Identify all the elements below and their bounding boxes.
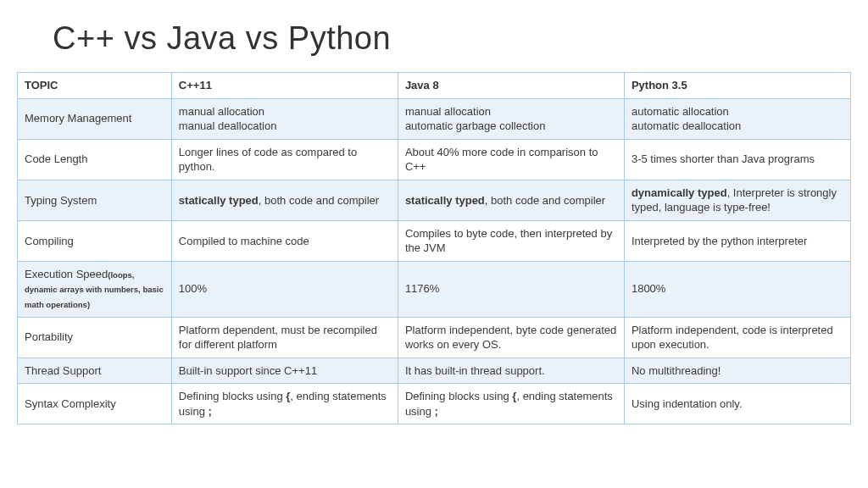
table-header-row: TOPIC C++11 Java 8 Python 3.5 <box>18 73 851 99</box>
cell-cpp: statically typed, both code and compiler <box>171 180 398 220</box>
header-topic: TOPIC <box>18 73 172 99</box>
cell-line: manual allocation <box>179 105 264 118</box>
cell-text: Defining blocks using <box>405 390 512 402</box>
cell-line: automatic allocation <box>632 105 729 118</box>
cell-java: 1176% <box>398 261 624 317</box>
table-row: Syntax Complexity Defining blocks using … <box>18 384 851 424</box>
cell-line: manual deallocation <box>179 119 277 132</box>
cell-java: Platform independent, byte code generate… <box>398 317 624 358</box>
cell-text: Defining blocks using <box>179 390 286 402</box>
cell-cpp: Built-in support since C++11 <box>171 358 398 384</box>
cell-java: Compiles to byte code, then interpreted … <box>398 220 624 261</box>
cell-topic: Execution Speed(loops, dynamic arrays wi… <box>18 261 172 317</box>
cell-python: Interpreted by the python interpreter <box>624 220 850 261</box>
cell-python: Platform independent, code is interprete… <box>624 317 850 358</box>
cell-java: It has built-in thread support. <box>398 358 624 384</box>
cell-cpp: 100% <box>171 261 398 317</box>
cell-cpp: Platform dependent, must be recompiled f… <box>171 317 398 358</box>
cell-topic: Code Length <box>18 139 172 180</box>
cell-java: About 40% more code in comparison to C++ <box>398 139 624 180</box>
cell-text: Execution Speed <box>25 268 108 280</box>
cell-topic: Thread Support <box>18 358 172 384</box>
cell-line: automatic garbage collection <box>405 119 546 132</box>
table-row: Memory Management manual allocation manu… <box>18 98 851 139</box>
cell-text: , both code and compiler <box>485 194 605 207</box>
cell-python: automatic allocation automatic deallocat… <box>624 98 850 139</box>
cell-java: Defining blocks using {, ending statemen… <box>398 384 624 424</box>
cell-topic: Typing System <box>18 180 172 220</box>
cell-python: 1800% <box>624 261 850 317</box>
cell-topic: Memory Management <box>18 98 172 139</box>
cell-line: manual allocation <box>405 105 491 118</box>
cell-cpp: Defining blocks using {, ending statemen… <box>171 384 398 424</box>
cell-line: automatic deallocation <box>632 119 741 132</box>
bold-text: ; <box>435 405 438 418</box>
table-row: Typing System statically typed, both cod… <box>18 180 851 220</box>
header-cpp: C++11 <box>171 73 398 99</box>
bold-text: statically typed <box>405 194 485 207</box>
cell-python: dynamically typed, Interpreter is strong… <box>624 180 850 220</box>
cell-java: manual allocation automatic garbage coll… <box>398 98 624 139</box>
bold-text: dynamically typed <box>632 186 727 199</box>
cell-java: statically typed, both code and compiler <box>398 180 624 220</box>
table-row: Compiling Compiled to machine code Compi… <box>18 220 851 261</box>
bold-text: ; <box>209 405 212 418</box>
table-row: Code Length Longer lines of code as comp… <box>18 139 851 180</box>
bold-text: statically typed <box>179 194 259 207</box>
cell-python: No multithreading! <box>624 358 850 384</box>
table-row: Thread Support Built-in support since C+… <box>18 358 851 384</box>
header-java: Java 8 <box>398 73 624 99</box>
cell-python: 3-5 times shorter than Java programs <box>624 139 850 180</box>
cell-topic: Portability <box>18 317 172 358</box>
cell-topic: Compiling <box>18 220 172 261</box>
cell-cpp: Compiled to machine code <box>171 220 398 261</box>
cell-cpp: Longer lines of code as compared to pyth… <box>171 139 398 180</box>
table-row: Execution Speed(loops, dynamic arrays wi… <box>18 261 851 317</box>
cell-text: , both code and compiler <box>259 194 379 207</box>
cell-cpp: manual allocation manual deallocation <box>171 98 398 139</box>
cell-topic: Syntax Complexity <box>18 384 172 424</box>
comparison-table: TOPIC C++11 Java 8 Python 3.5 Memory Man… <box>17 72 851 424</box>
table-row: Portability Platform dependent, must be … <box>18 317 851 358</box>
header-python: Python 3.5 <box>624 73 850 99</box>
page-title: C++ vs Java vs Python <box>53 20 851 57</box>
cell-python: Using indentation only. <box>624 384 850 424</box>
